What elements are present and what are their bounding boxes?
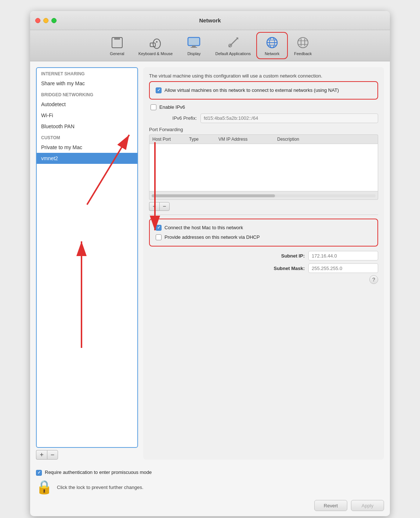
sidebar-item-autodetect[interactable]: Autodetect xyxy=(37,99,137,110)
ipv6-prefix-row: IPv6 Prefix: xyxy=(149,114,378,123)
sidebar-add-button[interactable]: + xyxy=(36,450,47,460)
right-panel-inner: The virtual machine using this configura… xyxy=(143,67,384,460)
enable-ipv6-label: Enable IPv6 xyxy=(159,104,185,111)
svg-point-3 xyxy=(156,41,158,43)
port-forwarding-label: Port Forwarding xyxy=(149,127,378,132)
close-button[interactable] xyxy=(35,18,40,23)
table-add-button[interactable]: + xyxy=(149,202,159,211)
connect-host-checkbox[interactable] xyxy=(156,225,162,231)
traffic-lights xyxy=(35,18,57,23)
table-buttons: + − xyxy=(149,202,378,211)
provide-dhcp-label: Provide addresses on this network via DH… xyxy=(164,234,260,241)
main-content: Internet Sharing Share with my Mac Bridg… xyxy=(30,61,390,465)
svg-point-2 xyxy=(153,39,160,48)
subnet-ip-label: Subnet IP: xyxy=(261,253,305,259)
sidebar-item-private-to-mac[interactable]: Private to my Mac xyxy=(37,142,137,153)
promiscuous-label: Require authentication to enter promiscu… xyxy=(45,469,152,476)
keyboard-mouse-icon xyxy=(148,35,163,50)
col-host-port: Host Port xyxy=(152,137,189,142)
subnet-ip-input[interactable] xyxy=(308,251,378,260)
lock-text: Click the lock to prevent further change… xyxy=(57,485,144,490)
svg-rect-1 xyxy=(114,37,120,40)
ipv6-prefix-label: IPv6 Prefix: xyxy=(156,115,197,121)
port-forwarding-table-body xyxy=(149,144,378,191)
separator-1 xyxy=(149,215,378,215)
table-scrollbar-thumb xyxy=(152,194,275,197)
promiscuous-row: Require authentication to enter promiscu… xyxy=(36,469,384,476)
help-row: ? xyxy=(149,275,378,284)
connect-host-row: Connect the host Mac to this network xyxy=(156,224,372,231)
sidebar-item-bluetooth-pan[interactable]: Bluetooth PAN xyxy=(37,121,137,132)
display-label: Display xyxy=(187,51,200,56)
col-vm-ip: VM IP Address xyxy=(218,137,277,142)
subnet-mask-label: Subnet Mask: xyxy=(261,266,305,271)
toolbar-item-feedback[interactable]: Feedback xyxy=(288,33,318,58)
table-scrollbar[interactable] xyxy=(152,194,376,197)
sidebar-item-wifi[interactable]: Wi-Fi xyxy=(37,110,137,121)
enable-ipv6-checkbox[interactable] xyxy=(151,104,156,110)
sidebar-header-bridged: Bridged Networking xyxy=(37,89,137,99)
sidebar: Internet Sharing Share with my Mac Bridg… xyxy=(36,67,138,460)
sidebar-buttons: + − xyxy=(36,450,138,460)
titlebar: Network xyxy=(30,11,390,30)
feedback-icon xyxy=(296,35,310,50)
description-text: The virtual machine using this configura… xyxy=(149,72,378,80)
sidebar-list: Internet Sharing Share with my Mac Bridg… xyxy=(36,67,138,448)
toolbar-item-general[interactable]: General xyxy=(102,33,132,58)
svg-rect-8 xyxy=(191,47,197,48)
col-description: Description xyxy=(277,137,375,142)
allow-vms-checkbox[interactable] xyxy=(156,87,162,93)
connect-host-box: Connect the host Mac to this network Pro… xyxy=(149,219,378,247)
table-remove-button[interactable]: − xyxy=(159,202,170,211)
toolbar-item-network[interactable]: Network xyxy=(257,33,287,58)
sidebar-header-custom: Custom xyxy=(37,132,137,142)
revert-button[interactable]: Revert xyxy=(314,500,347,511)
minimize-button[interactable] xyxy=(43,18,48,23)
toolbar: General Keyboard & Mouse Di xyxy=(30,30,390,61)
subnet-section: Subnet IP: Subnet Mask: xyxy=(149,251,378,273)
provide-dhcp-checkbox[interactable] xyxy=(156,234,162,240)
default-apps-icon xyxy=(226,35,240,50)
toolbar-item-display[interactable]: Display xyxy=(179,33,209,58)
col-type: Type xyxy=(189,137,218,142)
keyboard-mouse-label: Keyboard & Mouse xyxy=(138,51,173,56)
default-apps-label: Default Applications xyxy=(215,51,251,56)
svg-point-17 xyxy=(298,37,308,48)
bottom-buttons: Revert Apply xyxy=(36,500,384,511)
promiscuous-checkbox[interactable] xyxy=(36,470,42,476)
lock-icon[interactable]: 🔒 xyxy=(36,479,52,495)
network-label: Network xyxy=(265,51,279,56)
maximize-button[interactable] xyxy=(51,18,57,23)
sidebar-remove-button[interactable]: − xyxy=(47,450,58,460)
feedback-label: Feedback xyxy=(294,51,312,56)
subnet-mask-row: Subnet Mask: xyxy=(149,263,378,273)
help-button[interactable]: ? xyxy=(369,275,378,284)
allow-vms-label: Allow virtual machines on this network t… xyxy=(164,87,339,94)
bottom-area: Require authentication to enter promiscu… xyxy=(30,465,390,516)
general-icon xyxy=(110,35,124,50)
connect-host-label: Connect the host Mac to this network xyxy=(164,224,243,231)
sidebar-header-internet-sharing: Internet Sharing xyxy=(37,68,137,78)
allow-vms-row: Allow virtual machines on this network t… xyxy=(156,87,372,94)
window-title: Network xyxy=(199,17,221,24)
svg-rect-4 xyxy=(150,43,155,47)
svg-line-9 xyxy=(229,39,237,47)
display-icon xyxy=(187,35,201,50)
allow-vms-box: Allow virtual machines on this network t… xyxy=(149,81,378,100)
subnet-mask-input[interactable] xyxy=(308,263,378,273)
table-header: Host Port Type VM IP Address Description xyxy=(149,134,378,144)
main-window: Network General Keyboard & Mouse xyxy=(30,11,390,516)
right-panel: The virtual machine using this configura… xyxy=(143,67,384,460)
provide-dhcp-row: Provide addresses on this network via DH… xyxy=(156,234,372,241)
sidebar-item-share-with-mac[interactable]: Share with my Mac xyxy=(37,78,137,89)
sidebar-item-vmnet2[interactable]: vmnet2 xyxy=(37,153,137,164)
subnet-ip-row: Subnet IP: xyxy=(149,251,378,260)
svg-rect-6 xyxy=(188,37,200,46)
ipv6-prefix-input[interactable] xyxy=(200,114,378,123)
toolbar-item-keyboard-mouse[interactable]: Keyboard & Mouse xyxy=(133,33,178,58)
lock-section: 🔒 Click the lock to prevent further chan… xyxy=(36,479,384,495)
apply-button[interactable]: Apply xyxy=(351,500,384,511)
toolbar-item-default-apps[interactable]: Default Applications xyxy=(210,33,256,58)
port-forwarding-section: Port Forwarding Host Port Type VM IP Add… xyxy=(149,127,378,211)
enable-ipv6-row: Enable IPv6 xyxy=(149,104,378,111)
